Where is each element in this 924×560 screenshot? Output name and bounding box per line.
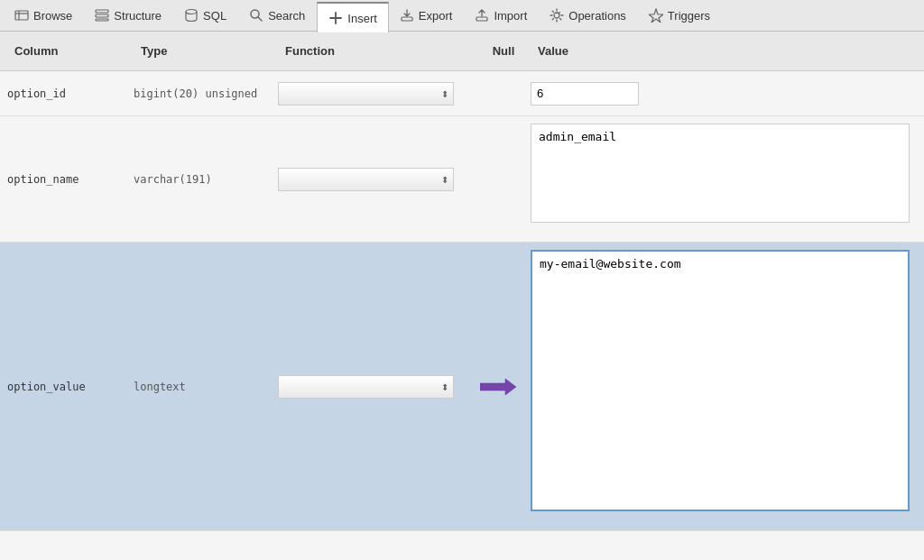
type-option-name: varchar(191) [134, 173, 212, 186]
header-function: Function [278, 37, 476, 65]
tab-search-label: Search [268, 9, 305, 23]
cell-type-option-value: longtext [126, 372, 271, 400]
value-textarea-option-value[interactable]: my-email@website.com [531, 250, 910, 511]
sql-icon [184, 8, 199, 23]
nav-bar: Browse Structure SQL Search [0, 0, 924, 32]
svg-rect-11 [402, 17, 412, 21]
tab-search[interactable]: Search [238, 0, 317, 31]
value-input-option-id[interactable] [531, 82, 639, 106]
svg-point-6 [186, 10, 197, 14]
tab-sql-label: SQL [203, 9, 226, 23]
svg-marker-14 [649, 9, 663, 23]
export-icon [400, 8, 414, 23]
tab-structure-label: Structure [114, 9, 162, 23]
svg-rect-5 [96, 19, 108, 21]
import-icon [475, 8, 489, 23]
cell-function-option-name [271, 161, 469, 198]
function-select-option-name[interactable] [278, 168, 454, 191]
browse-icon [14, 8, 29, 23]
table-row: option_id bigint(20) unsigned [0, 71, 924, 116]
search-icon [249, 8, 263, 23]
svg-line-8 [258, 17, 262, 21]
svg-rect-0 [15, 11, 28, 20]
cell-value-option-value: my-email@website.com [523, 243, 924, 521]
cell-type-option-id: bigint(20) unsigned [126, 79, 271, 107]
svg-rect-12 [476, 17, 487, 21]
svg-rect-3 [96, 10, 108, 13]
triggers-icon [649, 8, 663, 23]
cell-null-option-value [469, 370, 523, 404]
header-column: Column [7, 37, 134, 65]
table-row: option_value longtext my-email@website.c… [0, 243, 924, 531]
tab-operations[interactable]: Operations [539, 0, 638, 31]
svg-marker-15 [480, 379, 516, 395]
header-value: Value [531, 37, 917, 65]
function-select-option-id[interactable] [278, 82, 454, 106]
table-row: option_name varchar(191) admin_email [0, 116, 924, 243]
column-name-option-value: option_value [7, 381, 86, 393]
cell-null-option-id [469, 87, 523, 101]
tab-triggers[interactable]: Triggers [638, 0, 722, 31]
function-select-wrapper-option-name[interactable] [278, 168, 454, 191]
type-option-value: longtext [134, 381, 186, 393]
svg-rect-4 [96, 14, 108, 17]
column-name-option-id: option_id [7, 87, 66, 100]
tab-export-label: Export [419, 9, 453, 23]
cell-column-option-id: option_id [0, 79, 126, 107]
header-null: Null [476, 37, 531, 65]
function-select-wrapper-option-value[interactable] [278, 375, 454, 399]
type-option-id: bigint(20) unsigned [134, 87, 257, 100]
tab-browse[interactable]: Browse [4, 0, 84, 31]
cell-column-option-name: option_name [0, 165, 126, 193]
tab-operations-label: Operations [568, 9, 626, 23]
cell-value-option-name: admin_email [523, 116, 924, 233]
cell-function-option-value [271, 368, 469, 406]
tab-insert[interactable]: Insert [317, 2, 389, 32]
operations-icon [550, 8, 564, 23]
tab-structure[interactable]: Structure [84, 0, 173, 31]
main-content: Column Type Function Null Value option_i… [0, 32, 924, 560]
function-select-wrapper-option-id[interactable] [278, 82, 454, 106]
tab-browse-label: Browse [33, 9, 72, 23]
tab-import[interactable]: Import [464, 0, 539, 31]
insert-icon [328, 11, 343, 25]
function-select-option-value[interactable] [278, 375, 454, 399]
purple-arrow-icon [480, 377, 516, 397]
cell-value-option-id [523, 75, 924, 113]
tab-triggers-label: Triggers [668, 9, 710, 23]
cell-null-option-name [469, 172, 523, 187]
table-header: Column Type Function Null Value [0, 32, 924, 71]
value-textarea-option-name[interactable]: admin_email [531, 124, 910, 223]
structure-icon [95, 8, 109, 23]
tab-import-label: Import [494, 9, 527, 23]
tab-sql[interactable]: SQL [173, 0, 238, 31]
column-name-option-name: option_name [7, 173, 79, 186]
cell-column-option-value: option_value [0, 372, 126, 400]
cell-function-option-id [271, 75, 469, 113]
header-type: Type [134, 37, 278, 65]
tab-export[interactable]: Export [389, 0, 465, 31]
cell-type-option-name: varchar(191) [126, 165, 271, 193]
tab-insert-label: Insert [347, 12, 377, 25]
